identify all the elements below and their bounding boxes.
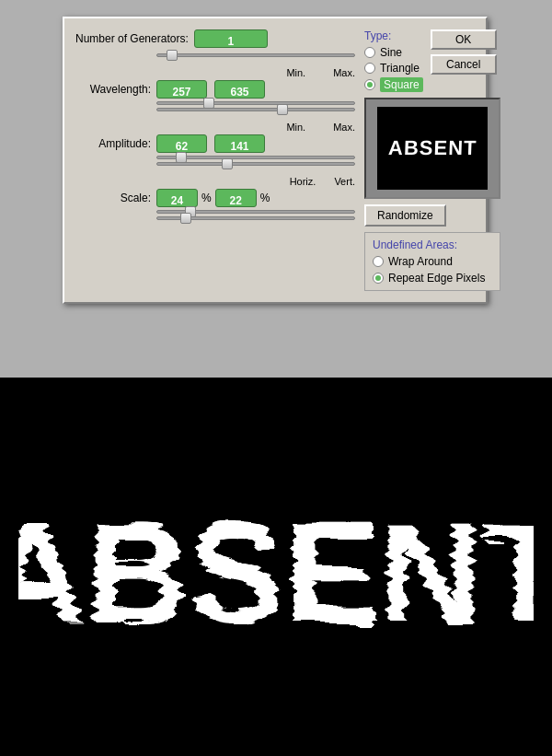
- amplitude-inputs: 62 141: [156, 134, 265, 153]
- scale-horizvert-labels: Horiz. Vert.: [158, 176, 355, 187]
- scale-slider2[interactable]: [156, 216, 355, 220]
- generators-label: Number of Generators:: [75, 32, 189, 45]
- preview-text: ABSENT: [387, 138, 477, 158]
- type-sine-label: Sine: [380, 46, 402, 59]
- scale-horiz-input[interactable]: 24: [156, 189, 198, 207]
- wrap-around-label: Wrap Around: [388, 255, 453, 268]
- type-sine-radio[interactable]: [364, 47, 375, 58]
- scale-row: Scale: 24 % 22 %: [75, 189, 355, 207]
- right-panel: Type: Sine Triangle Square: [364, 29, 500, 291]
- amplitude-slider1-container: [156, 156, 355, 159]
- type-sine[interactable]: Sine: [364, 46, 423, 59]
- absent-svg: ABSENT: [18, 484, 534, 650]
- wrap-around-radio[interactable]: [373, 256, 384, 267]
- type-section: Type: Sine Triangle Square: [364, 29, 423, 92]
- amplitude-minmax-labels: Min. Max.: [158, 122, 355, 133]
- randomize-button[interactable]: Randomize: [364, 204, 446, 227]
- absent-wrapper: ABSENT: [18, 475, 534, 659]
- generators-slider-thumb[interactable]: [167, 50, 178, 61]
- amplitude-label: Amplitude:: [75, 137, 156, 150]
- type-square-radio[interactable]: [364, 79, 375, 90]
- wavelength-inputs: 257 635: [156, 80, 265, 99]
- generators-row: Number of Generators: 1: [75, 29, 355, 48]
- scale-vert-pct: %: [260, 192, 270, 204]
- wavelength-slider2-container: [156, 108, 355, 111]
- amplitude-slider2-container: [156, 162, 355, 166]
- scale-inputs: 24 % 22 %: [156, 189, 270, 207]
- amplitude-max-input[interactable]: 141: [214, 134, 265, 153]
- main-canvas: ABSENT: [0, 378, 552, 756]
- type-square-label: Square: [380, 77, 423, 92]
- amplitude-slider2-thumb[interactable]: [222, 158, 233, 169]
- left-panel: Number of Generators: 1 Min. Max. Wavele…: [75, 29, 355, 291]
- scale-label: Scale:: [75, 192, 156, 204]
- generators-slider-container: [156, 53, 355, 57]
- amplitude-row: Amplitude: 62 141: [75, 134, 355, 153]
- wavelength-slider1-container: [156, 101, 355, 105]
- dialog-buttons: OK Cancel: [431, 29, 497, 92]
- type-label: Type:: [364, 29, 423, 42]
- preview-box: ABSENT: [364, 98, 500, 199]
- wave-dialog: Number of Generators: 1 Min. Max. Wavele…: [63, 17, 488, 304]
- undefined-areas-section: Undefined Areas: Wrap Around Repeat Edge…: [364, 232, 500, 291]
- repeat-edge-label: Repeat Edge Pixels: [388, 272, 485, 285]
- scale-vert-input[interactable]: 22: [215, 189, 257, 207]
- wavelength-minmax-labels: Min. Max.: [158, 67, 355, 78]
- amplitude-min-input[interactable]: 62: [156, 134, 207, 153]
- absent-distorted-text: ABSENT: [18, 494, 534, 650]
- amplitude-slider2[interactable]: [156, 162, 355, 166]
- repeat-edge-option[interactable]: Repeat Edge Pixels: [373, 272, 492, 285]
- repeat-edge-radio[interactable]: [373, 273, 384, 284]
- wavelength-label: Wavelength:: [75, 83, 156, 96]
- wavelength-slider2[interactable]: [156, 108, 355, 111]
- wrap-around-option[interactable]: Wrap Around: [373, 255, 492, 268]
- wavelength-row: Wavelength: 257 635: [75, 80, 355, 99]
- wavelength-min-input[interactable]: 257: [156, 80, 207, 99]
- generators-slider-track[interactable]: [156, 53, 355, 57]
- type-square[interactable]: Square: [364, 77, 423, 92]
- scale-horiz-pct: %: [201, 192, 212, 204]
- preview-inner: ABSENT: [377, 107, 488, 190]
- type-and-buttons: Type: Sine Triangle Square: [364, 29, 500, 92]
- wavelength-slider2-thumb[interactable]: [277, 104, 288, 115]
- type-radio-group: Sine Triangle Square: [364, 46, 423, 92]
- scale-slider2-container: [156, 216, 355, 220]
- wavelength-max-input[interactable]: 635: [214, 80, 265, 99]
- amplitude-slider1[interactable]: [156, 156, 355, 159]
- cancel-button[interactable]: Cancel: [431, 54, 497, 75]
- undefined-areas-label: Undefined Areas:: [373, 238, 492, 251]
- type-triangle-label: Triangle: [380, 62, 420, 75]
- ok-button[interactable]: OK: [431, 29, 497, 50]
- scale-slider2-thumb[interactable]: [180, 213, 191, 224]
- generators-input[interactable]: 1: [194, 29, 268, 48]
- type-triangle-radio[interactable]: [364, 63, 375, 74]
- type-triangle[interactable]: Triangle: [364, 62, 423, 75]
- wavelength-slider1[interactable]: [156, 101, 355, 105]
